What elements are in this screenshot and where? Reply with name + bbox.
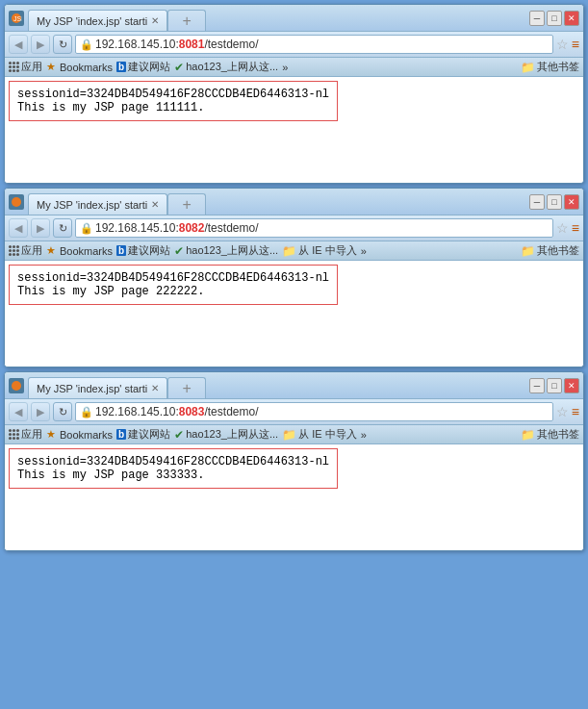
browser-icon-2 [9,194,24,210]
bookmarks-item-1[interactable]: Bookmarks [60,62,113,73]
tab-close-1[interactable]: ✕ [151,15,159,26]
ie-label-3: 从 IE 中导入 [298,427,357,442]
new-tab-btn-1[interactable]: + [167,10,206,31]
close-btn-1[interactable]: ✕ [564,11,579,26]
jianyi-label-2: 建议网站 [128,243,170,258]
browser-window-3: My JSP 'index.jsp' starti ✕ + ─ □ ✕ ◀ ▶ … [4,371,584,551]
folder-label-3: 其他书签 [537,427,579,442]
bk-star-icon-3: ★ [46,428,56,441]
close-btn-3[interactable]: ✕ [564,378,579,393]
more-label-2: » [361,245,367,257]
address-input-3[interactable]: 🔒 192.168.145.10:8083/testdemo/ [75,402,553,421]
minimize-btn-3[interactable]: ─ [529,378,545,393]
tab-close-2[interactable]: ✕ [151,199,159,210]
bookmarks-bar-3: 应用 ★ Bookmarks b 建议网站 ✔ hao123_上网从这... 📁… [5,425,583,444]
bookmark-star-3[interactable]: ☆ [556,404,569,419]
more-label-1: » [282,62,288,73]
bk-star-icon-1: ★ [46,61,56,73]
maximize-btn-3[interactable]: □ [547,378,562,393]
forward-btn-2[interactable]: ▶ [31,218,50,238]
maximize-btn-2[interactable]: □ [547,194,562,210]
folder-label-1: 其他书签 [537,60,579,74]
hao123-item-2[interactable]: ✔ hao123_上网从这... [174,243,278,258]
ie-folder-icon-3: 📁 [282,428,296,442]
session-text-2: sessionid=3324DB4D549416F28CCCDB4ED64463… [17,271,329,285]
address-input-1[interactable]: 🔒 192.168.145.10:8081/testdemo/ [75,35,553,54]
forward-btn-3[interactable]: ▶ [31,402,50,421]
other-bookmarks-3[interactable]: 📁 其他书签 [521,427,579,442]
hao123-label-2: hao123_上网从这... [186,243,278,258]
bookmarks-label-1: Bookmarks [60,62,113,73]
ie-label-2: 从 IE 中导入 [298,243,357,258]
session-text-1: sessionid=3324DB4D549416F28CCCDB4ED64463… [17,88,329,101]
other-bookmarks-2[interactable]: 📁 其他书签 [521,243,579,258]
refresh-btn-2[interactable]: ↻ [53,218,72,238]
folder-icon-2: 📁 [521,244,535,258]
svg-point-2 [12,197,21,207]
jianyi-label-3: 建议网站 [128,427,170,442]
b-icon-1: b [116,62,126,72]
window-controls-2: ─ □ ✕ [529,194,579,210]
address-text-2: 192.168.145.10:8082/testdemo/ [95,221,258,235]
other-bookmarks-1[interactable]: 📁 其他书签 [521,60,579,74]
browser-icon-1: JSP [9,11,24,26]
address-bar-2: ◀ ▶ ↻ 🔒 192.168.145.10:8082/testdemo/ ☆ … [5,215,583,241]
bookmarks-bar-2: 应用 ★ Bookmarks b 建议网站 ✔ hao123_上网从这... 📁… [5,241,583,261]
more-btn-1[interactable]: » [282,62,288,73]
active-tab-3[interactable]: My JSP 'index.jsp' starti ✕ [28,377,167,398]
extra-space-1 [9,121,579,179]
ie-import-item-2[interactable]: 📁 从 IE 中导入 [282,243,357,258]
content-area-2: sessionid=3324DB4D549416F28CCCDB4ED64463… [5,261,583,367]
bookmark-star-1[interactable]: ☆ [556,37,569,52]
menu-btn-3[interactable]: ≡ [572,404,579,419]
title-bar-1: JSP My JSP 'index.jsp' starti ✕ + ─ □ ✕ [5,5,583,32]
tab-label-3: My JSP 'index.jsp' starti [37,383,147,394]
forward-btn-1[interactable]: ▶ [31,35,50,54]
maximize-btn-1[interactable]: □ [547,11,562,26]
apps-dots-icon-1 [9,62,19,72]
refresh-btn-1[interactable]: ↻ [53,35,72,54]
refresh-btn-3[interactable]: ↻ [53,402,72,421]
back-btn-1[interactable]: ◀ [9,35,28,54]
apps-btn-3[interactable]: 应用 [9,427,42,442]
new-tab-btn-3[interactable]: + [167,377,206,398]
bookmark-star-2[interactable]: ☆ [556,220,569,236]
new-tab-btn-2[interactable]: + [167,193,206,215]
content-box-2: sessionid=3324DB4D549416F28CCCDB4ED64463… [9,265,338,305]
hao123-item-1[interactable]: ✔ hao123_上网从这... [174,60,278,74]
jianyi-item-3[interactable]: b 建议网站 [116,427,170,442]
apps-btn-2[interactable]: 应用 [9,243,42,258]
lock-icon-1: 🔒 [80,38,93,51]
back-btn-3[interactable]: ◀ [9,402,28,421]
apps-dots-icon-2 [9,245,19,256]
active-tab-1[interactable]: My JSP 'index.jsp' starti ✕ [28,10,167,31]
menu-btn-2[interactable]: ≡ [572,220,579,236]
address-bar-1: ◀ ▶ ↻ 🔒 192.168.145.10:8081/testdemo/ ☆ … [5,32,583,58]
jianyi-item-1[interactable]: b 建议网站 [116,60,170,74]
more-btn-2[interactable]: » [361,245,367,257]
close-btn-2[interactable]: ✕ [564,194,579,210]
jianyi-item-2[interactable]: b 建议网站 [116,243,170,258]
bookmarks-item-3[interactable]: Bookmarks [60,429,113,441]
tab-close-3[interactable]: ✕ [151,383,159,393]
minimize-btn-1[interactable]: ─ [529,11,545,26]
tab-area-2: My JSP 'index.jsp' starti ✕ + [28,189,529,215]
minimize-btn-2[interactable]: ─ [529,194,545,210]
bk-star-icon-2: ★ [46,244,56,257]
back-btn-2[interactable]: ◀ [9,218,28,238]
ie-import-item-3[interactable]: 📁 从 IE 中导入 [282,427,357,442]
page-text-2: This is my JSP page 222222. [17,285,329,298]
active-tab-2[interactable]: My JSP 'index.jsp' starti ✕ [28,193,167,215]
address-bar-3: ◀ ▶ ↻ 🔒 192.168.145.10:8083/testdemo/ ☆ … [5,399,583,425]
tab-label-2: My JSP 'index.jsp' starti [37,199,147,211]
address-input-2[interactable]: 🔒 192.168.145.10:8082/testdemo/ [75,218,553,238]
content-area-3: sessionid=3324DB4D549416F28CCCDB4ED64463… [5,444,583,550]
bookmarks-item-2[interactable]: Bookmarks [60,245,113,257]
tab-label-1: My JSP 'index.jsp' starti [37,15,147,27]
menu-btn-1[interactable]: ≡ [572,37,579,52]
window-controls-1: ─ □ ✕ [529,11,579,26]
hao123-item-3[interactable]: ✔ hao123_上网从这... [174,427,278,442]
apps-btn-1[interactable]: 应用 [9,60,42,74]
more-btn-3[interactable]: » [361,429,367,441]
bookmarks-label-3: Bookmarks [60,429,113,441]
